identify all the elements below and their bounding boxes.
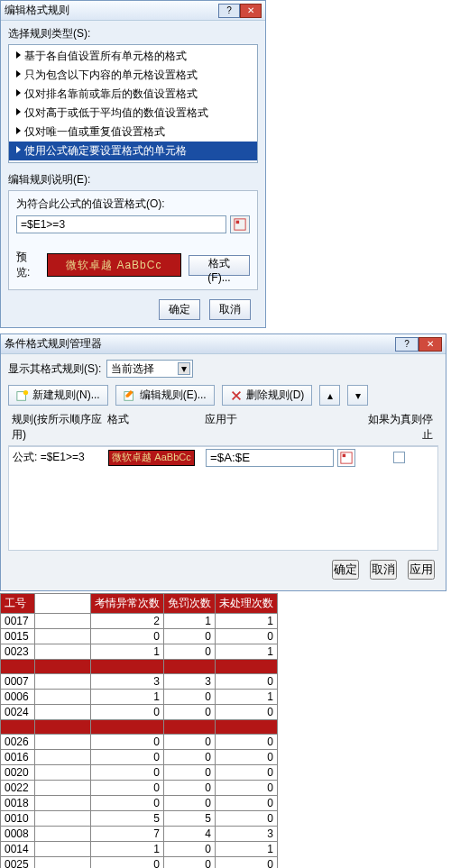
table-cell[interactable]: 0 [164, 781, 216, 796]
col-header[interactable]: 免罚次数 [164, 594, 216, 614]
col-header[interactable]: 工号 [1, 594, 35, 614]
table-cell[interactable]: 0 [91, 735, 164, 750]
table-cell[interactable] [35, 735, 91, 750]
table-cell[interactable]: 3 [216, 827, 278, 842]
table-cell[interactable]: 0 [216, 765, 278, 781]
table-cell[interactable]: 0007 [1, 674, 35, 690]
table-cell[interactable] [35, 690, 91, 705]
table-cell[interactable]: 0 [91, 629, 164, 644]
ok-button[interactable]: 确定 [159, 299, 200, 320]
table-cell[interactable]: 7 [91, 827, 164, 842]
table-cell[interactable] [35, 705, 91, 720]
dialog-titlebar[interactable]: 条件格式规则管理器 ? ✕ [1, 334, 446, 354]
table-cell[interactable]: 0 [164, 735, 216, 750]
table-row[interactable]: 0023101 [1, 644, 278, 660]
table-cell[interactable]: 1 [216, 690, 278, 705]
table-row[interactable]: 0020000 [1, 765, 278, 781]
table-cell[interactable] [35, 660, 91, 674]
table-cell[interactable] [91, 720, 164, 735]
new-rule-button[interactable]: 新建规则(N)... [8, 385, 108, 406]
table-row[interactable]: 0014101 [1, 842, 278, 857]
table-cell[interactable]: 3 [164, 674, 216, 690]
col-header[interactable]: 姓名 [35, 594, 91, 614]
table-cell[interactable]: 3 [91, 674, 164, 690]
table-cell[interactable]: 0 [91, 705, 164, 720]
table-cell[interactable] [35, 796, 91, 811]
table-cell[interactable]: 1 [91, 690, 164, 705]
table-cell[interactable]: 2 [91, 614, 164, 629]
table-cell[interactable]: 0006 [1, 690, 35, 705]
table-row[interactable]: 0008743 [1, 827, 278, 842]
table-cell[interactable]: 0 [164, 765, 216, 781]
table-cell[interactable]: 1 [216, 644, 278, 660]
table-cell[interactable] [35, 781, 91, 796]
table-row[interactable]: 0006101 [1, 690, 278, 705]
table-cell[interactable] [35, 827, 91, 842]
table-cell[interactable] [1, 660, 35, 674]
table-row[interactable]: 0018000 [1, 796, 278, 811]
dialog-titlebar[interactable]: 编辑格式规则 ? ✕ [1, 1, 265, 21]
edit-rule-button[interactable]: 编辑规则(E)... [115, 385, 215, 406]
table-cell[interactable]: 1 [91, 644, 164, 660]
range-picker-button[interactable] [337, 449, 355, 467]
table-cell[interactable]: 0 [164, 629, 216, 644]
col-header[interactable]: 未处理次数 [216, 594, 278, 614]
cancel-button[interactable]: 取消 [209, 299, 251, 320]
table-cell[interactable]: 0017 [1, 614, 35, 629]
formula-input[interactable] [16, 215, 226, 233]
table-cell[interactable] [1, 720, 35, 735]
apply-button[interactable]: 应用 [408, 560, 435, 580]
table-row[interactable]: 0024000 [1, 705, 278, 720]
table-cell[interactable] [35, 857, 91, 869]
table-cell[interactable]: 0016 [1, 750, 35, 765]
applies-to-input[interactable] [206, 449, 334, 467]
table-cell[interactable]: 0020 [1, 765, 35, 781]
table-cell[interactable]: 0008 [1, 827, 35, 842]
table-cell[interactable]: 0 [91, 796, 164, 811]
table-cell[interactable]: 0010 [1, 811, 35, 827]
rule-type-list[interactable]: 基于各自值设置所有单元格的格式 只为包含以下内容的单元格设置格式 仅对排名靠前或… [8, 44, 258, 163]
close-button[interactable]: ✕ [419, 337, 442, 352]
table-cell[interactable]: 0 [216, 705, 278, 720]
table-row[interactable]: 0016000 [1, 750, 278, 765]
table-cell[interactable]: 0 [164, 796, 216, 811]
table-cell[interactable]: 0024 [1, 705, 35, 720]
table-cell[interactable]: 1 [164, 614, 216, 629]
table-cell[interactable] [35, 674, 91, 690]
table-cell[interactable] [35, 720, 91, 735]
ok-button[interactable]: 确定 [332, 560, 359, 580]
table-cell[interactable]: 0 [164, 690, 216, 705]
table-row[interactable]: 0026000 [1, 735, 278, 750]
table-cell[interactable] [35, 614, 91, 629]
table-cell[interactable]: 0 [164, 857, 216, 869]
close-button[interactable]: ✕ [240, 4, 262, 18]
delete-rule-button[interactable]: 删除规则(D) [222, 385, 313, 406]
table-cell[interactable] [164, 660, 216, 674]
table-cell[interactable]: 0 [91, 857, 164, 869]
table-cell[interactable]: 0 [216, 811, 278, 827]
table-cell[interactable]: 0026 [1, 735, 35, 750]
help-button[interactable]: ? [218, 4, 240, 18]
table-cell[interactable]: 0 [216, 674, 278, 690]
table-row[interactable] [1, 660, 278, 674]
range-picker-button[interactable] [230, 215, 250, 233]
help-button[interactable]: ? [395, 337, 419, 352]
table-cell[interactable] [91, 660, 164, 674]
table-cell[interactable]: 0 [216, 629, 278, 644]
table-cell[interactable]: 0 [164, 705, 216, 720]
stop-if-true-checkbox[interactable] [393, 452, 405, 463]
table-cell[interactable]: 0023 [1, 644, 35, 660]
table-cell[interactable]: 0018 [1, 796, 35, 811]
table-row[interactable]: 0010550 [1, 811, 278, 827]
table-cell[interactable] [35, 629, 91, 644]
table-cell[interactable]: 0022 [1, 781, 35, 796]
table-cell[interactable]: 5 [91, 811, 164, 827]
scope-combobox[interactable]: 当前选择 ▾ [106, 360, 193, 378]
table-cell[interactable]: 1 [91, 842, 164, 857]
table-cell[interactable]: 5 [164, 811, 216, 827]
table-row[interactable] [1, 720, 278, 735]
table-cell[interactable] [35, 750, 91, 765]
col-header[interactable]: 考情异常次数 [91, 594, 164, 614]
table-cell[interactable]: 0 [91, 765, 164, 781]
table-cell[interactable] [35, 765, 91, 781]
